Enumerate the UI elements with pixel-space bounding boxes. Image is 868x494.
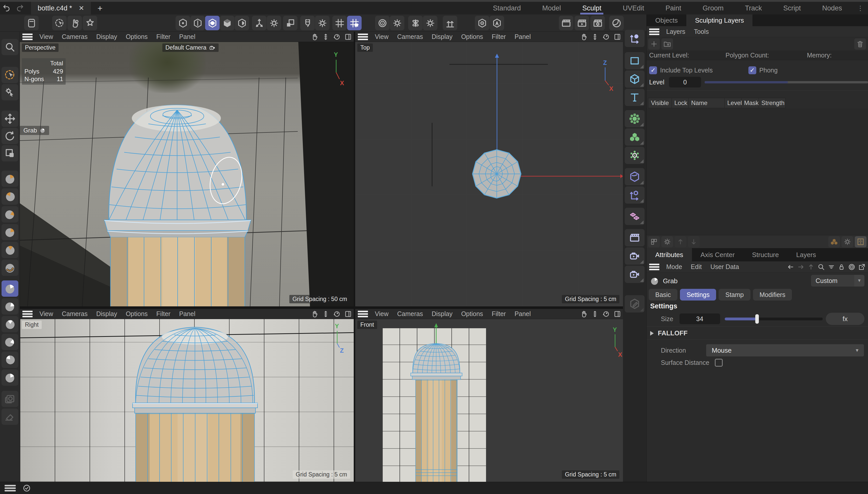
menu-mode[interactable]: Mode bbox=[662, 263, 687, 270]
sculpt-brush-smooth[interactable] bbox=[1, 298, 18, 315]
history-back-icon[interactable] bbox=[785, 263, 796, 271]
maximize-pane-icon[interactable] bbox=[344, 32, 353, 41]
camera-label[interactable]: Default Camera bbox=[162, 43, 219, 52]
array-generator-icon[interactable] bbox=[625, 128, 645, 146]
menu-options[interactable]: Options bbox=[121, 310, 152, 318]
model-mode-icon[interactable] bbox=[220, 16, 234, 30]
lock-icon[interactable] bbox=[836, 263, 847, 271]
viewport-label[interactable]: Perspective bbox=[22, 43, 58, 52]
menu-display[interactable]: Display bbox=[92, 33, 121, 40]
sculpt-brush-fill[interactable] bbox=[1, 369, 18, 386]
workspace-tab-uvedit[interactable]: UVEdit bbox=[612, 2, 655, 15]
size-value-field[interactable]: 34 bbox=[680, 314, 720, 324]
dot-panel-icon[interactable] bbox=[855, 236, 867, 247]
maximize-pane-icon[interactable] bbox=[613, 32, 622, 41]
mini-gear-icon[interactable] bbox=[662, 236, 673, 247]
instance-axis-icon[interactable] bbox=[625, 186, 645, 204]
viewport-perspective[interactable]: View Cameras Display Options Filter Pane… bbox=[20, 32, 354, 306]
select-hand-icon[interactable] bbox=[68, 16, 82, 30]
tab-layers[interactable]: Layers bbox=[788, 248, 825, 261]
fx-button[interactable]: fx bbox=[826, 313, 865, 325]
viewport-menu-icon[interactable] bbox=[22, 34, 33, 40]
front-canvas[interactable]: Y X Front Grid Spacing : 5 cm bbox=[355, 319, 623, 482]
section-basic[interactable]: Basic bbox=[649, 289, 677, 301]
menu-filter[interactable]: Filter bbox=[152, 33, 175, 40]
workspace-tab-model[interactable]: Model bbox=[531, 2, 572, 15]
grid-snap-icon[interactable] bbox=[332, 16, 347, 30]
snap-settings-gear-icon[interactable] bbox=[315, 16, 329, 30]
menu-filter[interactable]: Filter bbox=[487, 33, 510, 40]
menu-display[interactable]: Display bbox=[427, 310, 457, 318]
workspace-tab-groom[interactable]: Groom bbox=[692, 2, 735, 15]
dolly-icon[interactable] bbox=[321, 32, 330, 41]
pan-hand-icon[interactable] bbox=[310, 309, 319, 319]
layer-list[interactable] bbox=[647, 108, 868, 235]
close-tab-icon[interactable]: ✕ bbox=[79, 4, 84, 12]
menu-cameras[interactable]: Cameras bbox=[57, 310, 92, 318]
subdivision-surface-icon[interactable] bbox=[625, 110, 645, 127]
edges-mode-icon[interactable] bbox=[191, 16, 205, 30]
mask-brush-icon[interactable] bbox=[1, 391, 18, 407]
menu-display[interactable]: Display bbox=[427, 33, 457, 40]
workspace-tab-nodes[interactable]: Nodes bbox=[812, 2, 853, 15]
texture-mode-icon[interactable] bbox=[235, 16, 249, 30]
top-canvas[interactable]: Z X Top Grid Spacing : 5 cm bbox=[355, 42, 623, 306]
dolly-icon[interactable] bbox=[321, 309, 330, 319]
panel-menu-icon[interactable] bbox=[649, 28, 659, 35]
falloff-icon[interactable] bbox=[375, 16, 390, 30]
text-object-icon[interactable] bbox=[625, 89, 645, 106]
falloff-gear-icon[interactable] bbox=[390, 16, 404, 30]
symmetry-gear-icon[interactable] bbox=[423, 16, 437, 30]
sculpt-brush-amplify[interactable] bbox=[1, 352, 18, 368]
rotate-tool[interactable] bbox=[1, 128, 18, 144]
viewport-menu-icon[interactable] bbox=[22, 311, 33, 317]
history-forward-icon[interactable] bbox=[796, 263, 806, 271]
sculpt-brush-pull[interactable] bbox=[1, 171, 18, 187]
dolly-icon[interactable] bbox=[590, 309, 599, 319]
material-sphere-icon[interactable] bbox=[609, 16, 624, 30]
undo-button[interactable] bbox=[0, 2, 13, 14]
orbit-icon[interactable] bbox=[601, 309, 611, 319]
attribute-menu-icon[interactable] bbox=[649, 264, 659, 270]
sculpt-brush-scrape[interactable] bbox=[1, 334, 18, 350]
size-slider[interactable] bbox=[725, 318, 823, 320]
viewport-top[interactable]: View Cameras Display Options Filter Pane… bbox=[355, 32, 623, 306]
new-window-icon[interactable] bbox=[857, 263, 867, 271]
viewport-label[interactable]: Front bbox=[357, 321, 377, 329]
live-selection-tool[interactable] bbox=[1, 67, 18, 83]
maximize-pane-icon[interactable] bbox=[344, 309, 353, 319]
move-tool[interactable] bbox=[1, 111, 18, 127]
hex-target-icon[interactable] bbox=[475, 16, 489, 30]
live-selection-icon[interactable] bbox=[52, 16, 67, 30]
stage-icon[interactable] bbox=[625, 229, 645, 246]
tab-axis-center[interactable]: Axis Center bbox=[692, 248, 743, 261]
maximize-pane-icon[interactable] bbox=[613, 309, 622, 319]
menu-display[interactable]: Display bbox=[92, 310, 121, 318]
viewport-menu-icon[interactable] bbox=[358, 34, 368, 40]
filter-icon[interactable] bbox=[826, 263, 836, 271]
gui-layout-icon[interactable] bbox=[24, 16, 39, 30]
camera-object-icon-2[interactable] bbox=[625, 266, 645, 283]
menu-user-data[interactable]: User Data bbox=[706, 263, 744, 270]
sculpt-brush-wax[interactable] bbox=[1, 188, 18, 205]
menu-edit[interactable]: Edit bbox=[687, 263, 706, 270]
menu-options[interactable]: Options bbox=[457, 310, 487, 318]
level-slider[interactable] bbox=[705, 81, 868, 83]
menu-view[interactable]: View bbox=[35, 310, 57, 318]
quantize-lock-icon[interactable] bbox=[347, 16, 362, 30]
sculpt-brush-flatten[interactable] bbox=[1, 316, 18, 332]
spline-pen-icon[interactable] bbox=[625, 30, 645, 47]
sculpt-brush-pinch[interactable] bbox=[1, 242, 18, 258]
tab-objects[interactable]: Objects bbox=[647, 15, 686, 26]
workspace-tab-standard[interactable]: Standard bbox=[482, 2, 531, 15]
preset-dropdown[interactable]: Custom ▼ bbox=[811, 275, 865, 287]
menu-cameras[interactable]: Cameras bbox=[393, 310, 427, 318]
orbit-icon[interactable] bbox=[601, 32, 611, 41]
pan-hand-icon[interactable] bbox=[310, 32, 319, 41]
orbit-icon[interactable] bbox=[332, 309, 342, 319]
mini-gear-icon-2[interactable] bbox=[842, 236, 853, 247]
polygons-mode-icon[interactable] bbox=[205, 16, 220, 30]
menu-panel[interactable]: Panel bbox=[175, 33, 200, 40]
menu-options[interactable]: Options bbox=[121, 33, 152, 40]
section-settings[interactable]: Settings bbox=[680, 289, 716, 301]
